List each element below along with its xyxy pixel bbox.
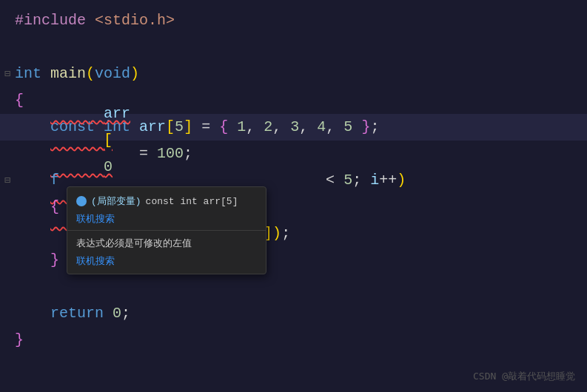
token-bracket-close: ]	[184, 114, 192, 141]
token-arr: arr	[139, 114, 166, 141]
token-5c: 5	[343, 167, 352, 194]
token-for-brace-open: {	[50, 194, 59, 220]
token-plusplus: ++	[379, 167, 397, 194]
tooltip-link2[interactable]: 联机搜索	[67, 253, 266, 269]
token-int: int	[15, 61, 41, 87]
token-0: 0	[113, 300, 121, 327]
tooltip-signature: const int arr[5]	[146, 196, 238, 207]
token-eq2: =	[139, 141, 148, 167]
intellisense-tooltip: (局部变量) const int arr[5] 联机搜索 表达式必须是可修改的左…	[67, 186, 266, 274]
code-editor: #include <stdio.h> ⊟ int main ( void ) {…	[0, 0, 587, 392]
token-brace2: {	[219, 114, 228, 141]
token-5b: 5	[343, 114, 352, 141]
token-eq: =	[201, 114, 210, 141]
token-bracket-open: [	[166, 114, 175, 141]
token-return: return	[50, 300, 104, 327]
token-1: 1	[237, 114, 246, 141]
gutter-for: ⊟	[0, 167, 15, 194]
line-close-brace: }	[0, 327, 587, 354]
line-include: #include <stdio.h>	[0, 7, 587, 34]
tooltip-error-text: 表达式必须是可修改的左值	[67, 234, 266, 253]
token-i-inc: i	[370, 167, 379, 194]
token-main-brace-close: }	[15, 327, 24, 354]
collapse-main-icon[interactable]: ⊟	[4, 61, 10, 87]
token-for-brace-close: }	[50, 247, 59, 274]
token-f: f	[50, 167, 59, 194]
token-lt: <	[326, 167, 335, 194]
token-3: 3	[290, 114, 299, 141]
line-arr0: arr [ 0 ] = 100 ;	[0, 141, 587, 167]
tooltip-link1[interactable]: 联机搜索	[67, 211, 266, 227]
tooltip-divider	[67, 230, 266, 231]
token-4: 4	[317, 114, 326, 141]
token-100: 100	[157, 141, 184, 167]
tooltip-header: (局部变量) const int arr[5]	[67, 192, 266, 211]
token-brace-open: {	[15, 87, 24, 114]
watermark-text: CSDN @敲着代码想睡觉	[473, 370, 575, 383]
token-paren-close: )	[130, 61, 139, 87]
tooltip-type-label: (局部变量)	[91, 195, 141, 208]
collapse-for-icon[interactable]: ⊟	[4, 167, 10, 194]
token-brace3: }	[361, 114, 370, 141]
token-include-kw: #include	[15, 7, 86, 34]
line-blank2	[0, 274, 587, 300]
line-return: return 0 ;	[0, 300, 587, 327]
token-paren-for-close: )	[397, 167, 406, 194]
gutter-main: ⊟	[0, 61, 15, 87]
token-2: 2	[264, 114, 272, 141]
tooltip-var-icon	[76, 196, 87, 206]
token-5: 5	[175, 114, 184, 141]
token-header: <stdio.h>	[95, 7, 175, 34]
line-blank1	[0, 34, 587, 61]
